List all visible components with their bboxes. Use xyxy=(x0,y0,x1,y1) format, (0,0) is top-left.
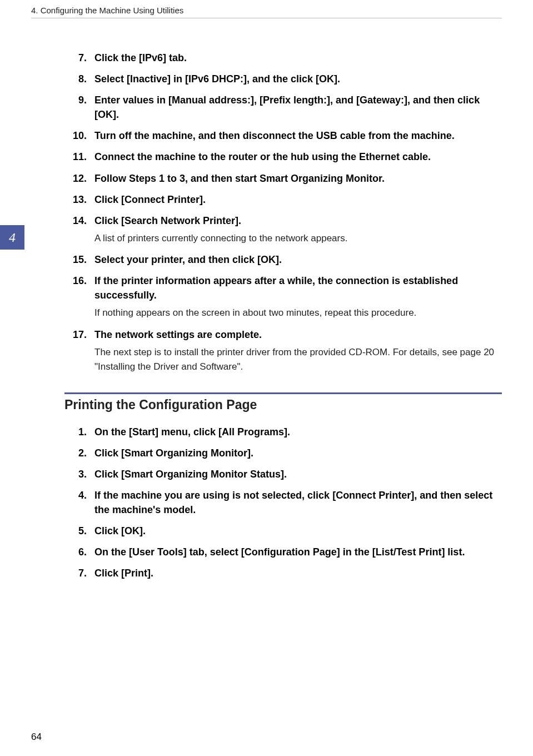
step-number: 1 xyxy=(64,425,90,439)
step-number: 4 xyxy=(64,488,90,517)
step-number: 9 xyxy=(64,93,90,122)
step-item: 10 Turn off the machine, and then discon… xyxy=(64,128,502,143)
step-number: 6 xyxy=(64,545,90,559)
step-body: Click the [IPv6] tab. xyxy=(90,51,502,65)
step-number: 16 xyxy=(64,273,90,321)
step-number: 17 xyxy=(64,327,90,375)
step-title: Follow Steps 1 to 3, and then start Smar… xyxy=(94,171,502,186)
step-item: 8 Select [Inactive] in [IPv6 DHCP:], and… xyxy=(64,72,502,86)
step-note: If nothing appears on the screen in abou… xyxy=(94,306,502,320)
step-title: If the machine you are using is not sele… xyxy=(94,488,502,517)
step-title: Connect the machine to the router or the… xyxy=(94,150,502,164)
step-body: Click [Smart Organizing Monitor]. xyxy=(90,446,502,460)
step-item: 11 Connect the machine to the router or … xyxy=(64,150,502,164)
step-number: 13 xyxy=(64,192,90,207)
step-number: 5 xyxy=(64,524,90,538)
step-item: 15 Select your printer, and then click [… xyxy=(64,252,502,267)
step-title: The network settings are complete. xyxy=(94,327,502,342)
step-number: 12 xyxy=(64,171,90,186)
page: 4. Configuring the Machine Using Utiliti… xyxy=(0,0,533,756)
step-body: If the machine you are using is not sele… xyxy=(90,488,502,517)
step-item: 7 Click the [IPv6] tab. xyxy=(64,51,502,65)
step-item: 12 Follow Steps 1 to 3, and then start S… xyxy=(64,171,502,186)
step-body: Click [Smart Organizing Monitor Status]. xyxy=(90,467,502,481)
step-item: 3 Click [Smart Organizing Monitor Status… xyxy=(64,467,502,481)
step-item: 9 Enter values in [Manual address:], [Pr… xyxy=(64,93,502,122)
step-item: 5 Click [OK]. xyxy=(64,524,502,538)
step-item: 13 Click [Connect Printer]. xyxy=(64,192,502,207)
step-item: 16 If the printer information appears af… xyxy=(64,273,502,321)
step-title: Click [Smart Organizing Monitor]. xyxy=(94,446,502,460)
step-number: 14 xyxy=(64,213,90,246)
content-area: 7 Click the [IPv6] tab. 8 Select [Inacti… xyxy=(31,51,502,580)
page-number: 64 xyxy=(31,732,42,743)
header-bar: 4. Configuring the Machine Using Utiliti… xyxy=(31,6,502,18)
step-body: Click [OK]. xyxy=(90,524,502,538)
section-heading-block: Printing the Configuration Page xyxy=(64,392,502,412)
step-title: Click [Smart Organizing Monitor Status]. xyxy=(94,467,502,481)
step-title: Select [Inactive] in [IPv6 DHCP:], and t… xyxy=(94,72,502,86)
step-title: On the [Start] menu, click [All Programs… xyxy=(94,425,502,439)
step-body: Click [Connect Printer]. xyxy=(90,192,502,207)
step-title: Select your printer, and then click [OK]… xyxy=(94,252,502,267)
step-number: 11 xyxy=(64,150,90,164)
step-body: Select [Inactive] in [IPv6 DHCP:], and t… xyxy=(90,72,502,86)
breadcrumb: 4. Configuring the Machine Using Utiliti… xyxy=(31,6,183,15)
steps-list-a: 7 Click the [IPv6] tab. 8 Select [Inacti… xyxy=(64,51,502,375)
steps-list-b: 1 On the [Start] menu, click [All Progra… xyxy=(64,425,502,581)
step-body: Click [Print]. xyxy=(90,566,502,580)
step-number: 7 xyxy=(64,51,90,65)
step-title: Enter values in [Manual address:], [Pref… xyxy=(94,93,502,122)
step-body: Follow Steps 1 to 3, and then start Smar… xyxy=(90,171,502,186)
step-note: The next step is to install the printer … xyxy=(94,345,502,375)
step-item: 17 The network settings are complete. Th… xyxy=(64,327,502,375)
step-item: 6 On the [User Tools] tab, select [Confi… xyxy=(64,545,502,559)
section-rule xyxy=(64,392,502,394)
step-number: 8 xyxy=(64,72,90,86)
step-item: 7 Click [Print]. xyxy=(64,566,502,580)
step-title: Click [OK]. xyxy=(94,524,502,538)
step-number: 7 xyxy=(64,566,90,580)
step-item: 2 Click [Smart Organizing Monitor]. xyxy=(64,446,502,460)
step-title: Click [Connect Printer]. xyxy=(94,192,502,207)
step-title: Click [Search Network Printer]. xyxy=(94,213,502,228)
step-body: Click [Search Network Printer]. A list o… xyxy=(90,213,502,246)
step-title: Turn off the machine, and then disconnec… xyxy=(94,128,502,143)
step-body: Connect the machine to the router or the… xyxy=(90,150,502,164)
chapter-tab: 4 xyxy=(0,225,24,250)
step-body: On the [Start] menu, click [All Programs… xyxy=(90,425,502,439)
section-heading: Printing the Configuration Page xyxy=(64,397,502,412)
step-note: A list of printers currently connecting … xyxy=(94,231,502,246)
step-body: Select your printer, and then click [OK]… xyxy=(90,252,502,267)
step-title: Click [Print]. xyxy=(94,566,502,580)
step-number: 2 xyxy=(64,446,90,460)
step-title: Click the [IPv6] tab. xyxy=(94,51,502,65)
step-number: 15 xyxy=(64,252,90,267)
step-title: On the [User Tools] tab, select [Configu… xyxy=(94,545,502,559)
step-body: If the printer information appears after… xyxy=(90,273,502,321)
step-body: Enter values in [Manual address:], [Pref… xyxy=(90,93,502,122)
step-body: On the [User Tools] tab, select [Configu… xyxy=(90,545,502,559)
step-body: Turn off the machine, and then disconnec… xyxy=(90,128,502,143)
step-number: 3 xyxy=(64,467,90,481)
step-number: 10 xyxy=(64,128,90,143)
step-item: 1 On the [Start] menu, click [All Progra… xyxy=(64,425,502,439)
step-title: If the printer information appears after… xyxy=(94,273,502,302)
step-body: The network settings are complete. The n… xyxy=(90,327,502,375)
step-item: 4 If the machine you are using is not se… xyxy=(64,488,502,517)
step-item: 14 Click [Search Network Printer]. A lis… xyxy=(64,213,502,246)
